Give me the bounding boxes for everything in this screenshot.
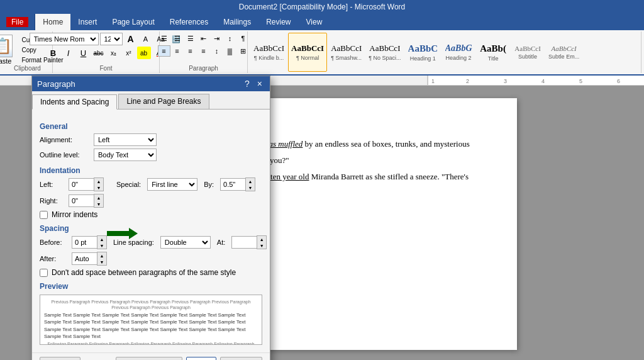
- tab-mailings[interactable]: Mailings: [216, 14, 258, 30]
- style-kindle[interactable]: AaBbCcI ¶ Kindle b...: [250, 33, 287, 72]
- dialog-help-button[interactable]: ?: [242, 79, 252, 89]
- indent-left-up[interactable]: ▲: [94, 178, 103, 184]
- tab-review[interactable]: Review: [258, 14, 298, 30]
- align-right-button[interactable]: ≡: [184, 45, 197, 57]
- tab-insert[interactable]: Insert: [70, 14, 104, 30]
- show-formatting-button[interactable]: ¶: [237, 33, 250, 44]
- underline-button[interactable]: U: [77, 47, 91, 59]
- after-input[interactable]: [72, 252, 97, 265]
- set-default-button[interactable]: Set As Default: [116, 357, 182, 360]
- bullets-button[interactable]: ☰: [158, 33, 170, 44]
- before-down[interactable]: ▼: [97, 242, 106, 249]
- paragraph-top-row: ☰ ☰ ☰ ⇤ ⇥ ↕ ¶: [158, 33, 250, 44]
- title-bar: Document2 [Compatibility Mode] - Microso…: [0, 0, 644, 14]
- styles-area: AaBbCcI ¶ Kindle b... AaBbCcI ¶ Normal A…: [250, 33, 582, 72]
- alignment-label: Alignment:: [40, 136, 90, 143]
- before-up[interactable]: ▲: [97, 236, 106, 242]
- indent-left-label: Left:: [40, 181, 65, 188]
- borders-button[interactable]: ⊞: [237, 45, 250, 57]
- preview-before-text: Previous Paragraph Previous Paragraph Pr…: [44, 299, 258, 310]
- shading-button[interactable]: ▓: [224, 45, 236, 57]
- line-spacing-button[interactable]: ↕: [211, 45, 223, 57]
- multilevel-button[interactable]: ☰: [184, 33, 197, 44]
- paste-button[interactable]: 📋 Paste: [0, 33, 17, 67]
- align-left-button[interactable]: ≡: [158, 45, 170, 57]
- superscript-button[interactable]: x²: [122, 47, 136, 59]
- styles-group: AaBbCcI ¶ Kindle b... AaBbCcI ¶ Normal A…: [248, 31, 641, 73]
- indent-right-row: Right: ▲ ▼: [40, 194, 104, 208]
- outline-select[interactable]: Body Text Level 1 Level 2 Level 3: [94, 149, 157, 161]
- tabs-button[interactable]: Tabs...: [40, 357, 80, 360]
- dialog-title: Paragraph: [37, 79, 75, 89]
- italic-button[interactable]: I: [62, 47, 75, 59]
- ribbon-content: 📋 Paste Cut Copy Format Painter Clipboar…: [0, 30, 644, 76]
- tab-home[interactable]: Home: [35, 14, 70, 30]
- sort-button[interactable]: ↕: [224, 33, 236, 44]
- style-smashw[interactable]: AaBbCcI ¶ Smashw...: [328, 33, 365, 72]
- indent-right-up[interactable]: ▲: [94, 194, 103, 201]
- tab-file[interactable]: File: [0, 14, 35, 30]
- font-group-label: Font: [99, 65, 112, 72]
- ruler-markings: 1 2 3 4 5 6 7: [428, 76, 644, 85]
- dialog-titlebar: Paragraph ? ×: [32, 76, 270, 91]
- after-up[interactable]: ▲: [97, 252, 106, 259]
- at-input[interactable]: [231, 236, 257, 249]
- style-heading2[interactable]: AaBbG Heading 2: [441, 33, 475, 72]
- after-row: After: ▲ ▼: [40, 252, 107, 266]
- bold-button[interactable]: B: [47, 47, 60, 59]
- cancel-button[interactable]: Cancel: [220, 357, 262, 360]
- no-space-checkbox[interactable]: [40, 269, 48, 277]
- line-spacing-select[interactable]: Single 1.5 lines Double At least Exactly…: [160, 236, 211, 249]
- after-down[interactable]: ▼: [97, 259, 106, 265]
- indent-right-down[interactable]: ▼: [94, 201, 103, 207]
- paste-label: Paste: [0, 57, 12, 65]
- line-spacing-label: Line spacing:: [113, 239, 154, 246]
- green-right-arrow: [107, 228, 138, 239]
- style-subtitle[interactable]: AaBbCcI Subtitle: [511, 33, 545, 72]
- by-up[interactable]: ▲: [246, 178, 255, 184]
- style-no-spacing[interactable]: AaBbCcI ¶ No Spaci...: [365, 33, 404, 72]
- by-input[interactable]: [220, 178, 245, 191]
- style-heading1[interactable]: AaBbC Heading 1: [405, 33, 441, 72]
- highlight-button[interactable]: ab: [137, 47, 151, 59]
- font-family-select[interactable]: Times New Rom: [30, 33, 99, 45]
- dialog-tab-indents[interactable]: Indents and Spacing: [32, 94, 117, 110]
- outline-label: Outline level:: [40, 151, 90, 159]
- ok-button[interactable]: OK: [186, 357, 216, 360]
- preview-section-header: Preview: [40, 282, 262, 291]
- tab-page-layout[interactable]: Page Layout: [104, 14, 162, 30]
- paragraph-dialog: Paragraph ? × Indents and Spacing Line a…: [31, 76, 270, 360]
- dialog-close-button[interactable]: ×: [255, 79, 265, 89]
- font-size-select[interactable]: 12: [100, 33, 123, 45]
- align-center-button[interactable]: ≡: [171, 45, 184, 57]
- tab-view[interactable]: View: [299, 14, 330, 30]
- no-space-label: Don't add space between paragraphs of th…: [52, 268, 236, 277]
- style-title[interactable]: AaBb( Title: [476, 33, 510, 72]
- indent-left-down[interactable]: ▼: [94, 184, 103, 191]
- strikethrough-button[interactable]: abc: [92, 47, 106, 59]
- paragraph-group-label: Paragraph: [189, 65, 218, 72]
- numbering-button[interactable]: ☰: [171, 33, 184, 44]
- style-subtle-em[interactable]: AaBbCcI Subtle Em...: [545, 33, 582, 72]
- decrease-indent-button[interactable]: ⇤: [197, 33, 210, 44]
- subscript-button[interactable]: x₂: [107, 47, 121, 59]
- justify-button[interactable]: ≡: [197, 45, 210, 57]
- at-up[interactable]: ▲: [257, 236, 266, 242]
- increase-indent-button[interactable]: ⇥: [211, 33, 223, 44]
- style-normal[interactable]: AaBbCcI ¶ Normal: [288, 33, 327, 72]
- at-down[interactable]: ▼: [257, 242, 266, 249]
- dialog-tab-linebreaks[interactable]: Line and Page Breaks: [118, 94, 209, 109]
- indent-right-input[interactable]: [69, 194, 94, 207]
- alignment-select[interactable]: Left Centered Right Justified: [94, 133, 157, 146]
- alignment-row: Alignment: Left Centered Right Justified: [40, 133, 262, 146]
- file-tab-label[interactable]: File: [6, 17, 28, 27]
- by-down[interactable]: ▼: [246, 184, 255, 191]
- tab-references[interactable]: References: [162, 14, 216, 30]
- special-select[interactable]: (none) First line Hanging: [147, 178, 197, 191]
- grow-font-button[interactable]: A: [124, 33, 138, 45]
- indent-left-input[interactable]: [69, 178, 94, 191]
- at-label: At:: [217, 239, 225, 246]
- shrink-font-button[interactable]: A: [139, 33, 153, 45]
- before-input[interactable]: [72, 236, 97, 249]
- mirror-indents-checkbox[interactable]: [40, 211, 48, 219]
